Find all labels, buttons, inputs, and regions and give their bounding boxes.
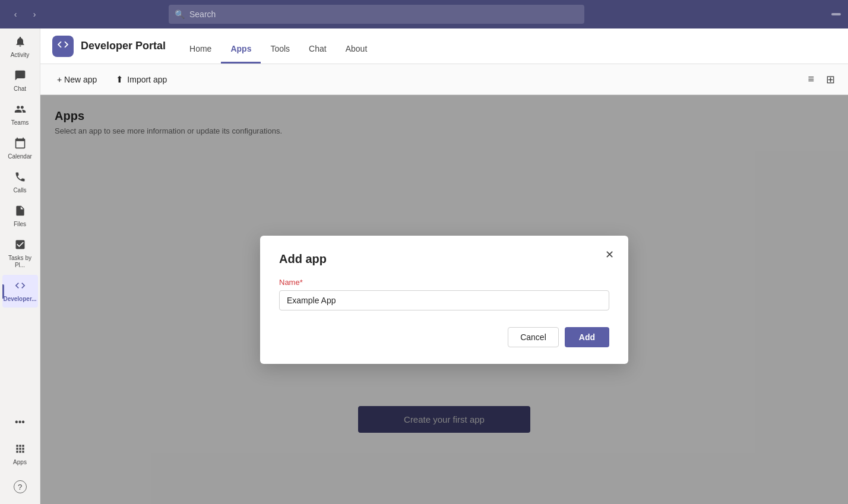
tab-about[interactable]: About [336, 35, 377, 64]
sidebar-calls-label: Calls [13, 187, 26, 194]
sidebar-item-help[interactable]: ? [2, 476, 38, 499]
new-app-label: + New app [57, 75, 97, 84]
sidebar-chat-label: Chat [14, 85, 26, 93]
chat-icon [14, 69, 26, 84]
top-bar: ‹ › 🔍 [0, 0, 848, 28]
more-icon: ••• [15, 417, 25, 427]
help-icon: ? [14, 480, 27, 493]
app-title: Developer Portal [81, 40, 166, 52]
sidebar-item-apps[interactable]: Apps [2, 438, 38, 471]
app-logo-icon [56, 38, 69, 54]
sidebar-teams-label: Teams [11, 119, 29, 126]
calls-icon [14, 171, 26, 186]
list-view-button[interactable]: ≡ [804, 71, 818, 88]
files-icon [14, 205, 26, 220]
tab-home[interactable]: Home [180, 35, 221, 64]
new-app-button[interactable]: + New app [50, 71, 104, 88]
sidebar-item-tasks[interactable]: Tasks by Pl... [2, 234, 38, 274]
sidebar-item-calendar[interactable]: Calendar [2, 132, 38, 165]
top-bar-right-decoration [831, 13, 841, 15]
modal-footer: Cancel Add [279, 327, 609, 347]
tab-tools[interactable]: Tools [261, 35, 299, 64]
modal-close-button[interactable]: ✕ [600, 245, 619, 264]
teams-icon [14, 103, 26, 118]
sidebar-apps-label: Apps [13, 459, 27, 466]
apps-grid-icon [14, 443, 26, 458]
name-label: Name* [279, 278, 609, 287]
search-icon: 🔍 [175, 9, 185, 19]
sidebar-item-files[interactable]: Files [2, 200, 38, 233]
tab-chat[interactable]: Chat [299, 35, 336, 64]
add-button[interactable]: Add [565, 327, 609, 347]
nav-back-forward: ‹ › [7, 6, 43, 23]
modal-title: Add app [279, 252, 609, 266]
toolbar: + New app ⬆ Import app ≡ ⊞ [40, 64, 848, 95]
app-name-input[interactable] [279, 290, 609, 310]
forward-button[interactable]: › [26, 6, 43, 23]
import-app-label: Import app [127, 75, 167, 84]
nav-tabs: Home Apps Tools Chat About [180, 28, 376, 64]
sidebar-item-developer[interactable]: Developer... [2, 275, 38, 308]
calendar-icon [14, 137, 26, 152]
app-header: Developer Portal Home Apps Tools Chat Ab… [40, 28, 848, 64]
back-button[interactable]: ‹ [7, 6, 24, 23]
sidebar-files-label: Files [14, 221, 26, 228]
sidebar-item-chat[interactable]: Chat [2, 65, 38, 97]
sidebar-item-more[interactable]: ••• [2, 412, 38, 433]
main-layout: Activity Chat Teams Calendar Calls [0, 28, 848, 504]
import-icon: ⬆ [116, 74, 124, 85]
search-bar: 🔍 [169, 5, 584, 24]
sidebar-activity-label: Activity [11, 52, 30, 59]
content-area: Developer Portal Home Apps Tools Chat Ab… [40, 28, 848, 504]
grid-view-button[interactable]: ⊞ [822, 71, 838, 88]
tasks-icon [14, 239, 26, 253]
cancel-button[interactable]: Cancel [508, 327, 559, 347]
sidebar-item-activity[interactable]: Activity [2, 31, 38, 64]
search-input[interactable] [189, 9, 578, 19]
sidebar-tasks-label: Tasks by Pl... [5, 255, 36, 269]
sidebar-calendar-label: Calendar [8, 153, 32, 160]
developer-icon [14, 280, 26, 294]
sidebar-item-teams[interactable]: Teams [2, 99, 38, 131]
page-content: Apps Select an app to see more informati… [40, 95, 848, 504]
sidebar: Activity Chat Teams Calendar Calls [0, 28, 40, 504]
sidebar-developer-label: Developer... [3, 296, 36, 303]
app-logo [52, 36, 74, 57]
tab-apps[interactable]: Apps [221, 35, 261, 64]
modal-overlay: ✕ Add app Name* Cancel Add [40, 95, 848, 504]
sidebar-item-calls[interactable]: Calls [2, 166, 38, 199]
add-app-modal: ✕ Add app Name* Cancel Add [260, 236, 628, 364]
toolbar-right: ≡ ⊞ [804, 71, 838, 88]
activity-icon [14, 36, 26, 50]
import-app-button[interactable]: ⬆ Import app [109, 71, 174, 88]
